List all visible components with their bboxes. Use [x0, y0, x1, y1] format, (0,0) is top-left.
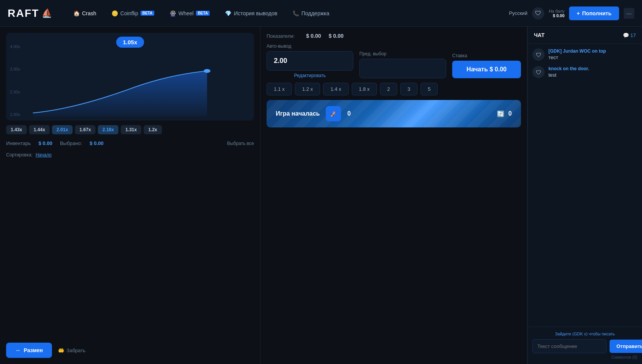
history-tag[interactable]: 1.67x: [75, 125, 95, 134]
history-tag[interactable]: 2.01x: [52, 125, 73, 134]
user-avatar[interactable]: 🛡: [532, 7, 544, 19]
chat-footer: Зайдите (GDK x) чтобы писать Отправить С…: [528, 327, 642, 364]
nav-label-withdrawals: История выводов: [234, 10, 277, 16]
chat-message-1: 🛡 [GDK] Jurdan WOC on top тест: [532, 48, 637, 61]
navbar: RAFT ⛵ 🏠 Crash 🪙 Coinflip BETA 🎡 Wheel B…: [0, 0, 642, 27]
status-icon-button[interactable]: 🚀: [326, 106, 341, 121]
graph-container: 1.05x 4.00x 3.00x 2.00x 1.00x: [6, 33, 254, 121]
status-text: Игра началась: [276, 110, 320, 117]
chat-user-count: 💬 17: [623, 32, 636, 38]
svg-point-0: [204, 69, 210, 73]
refresh-icon: 🔄: [497, 110, 505, 118]
stake-label: Ставка: [452, 53, 521, 58]
sort-button[interactable]: Начало: [36, 152, 52, 158]
select-all-button[interactable]: Выбрать все: [227, 141, 254, 146]
logo-icon: ⛵: [42, 8, 52, 18]
auto-withdraw-input[interactable]: [267, 51, 353, 71]
chat-text-2: test: [548, 72, 589, 78]
chat-avatar-2: 🛡: [532, 66, 545, 78]
edit-label[interactable]: Редактировать: [267, 73, 353, 78]
inventory-label: Инвентарь: [6, 140, 31, 146]
balance-value: $ 0.00: [549, 13, 564, 18]
nav-right: Русский 🛡 На балу $ 0.00 + Пополнить —: [509, 6, 634, 20]
sort-bar: Сортировка: Начало: [6, 152, 254, 158]
nav-label-support: Поддержка: [301, 10, 329, 16]
take-button[interactable]: 🤲 Забрать: [58, 348, 85, 353]
char-count: Символов (0): [532, 355, 637, 359]
nav-item-coinflip[interactable]: 🪙 Coinflip BETA: [105, 7, 160, 19]
chat-message-2: 🛡 knock on the door. test: [532, 66, 637, 78]
nav-item-crash[interactable]: 🏠 Crash: [67, 7, 102, 19]
mult-btn-3[interactable]: 1.4 x: [323, 83, 348, 95]
mult-btn-5[interactable]: 2: [380, 83, 397, 95]
nav-item-support[interactable]: 📞 Поддержка: [286, 7, 335, 19]
history-tag[interactable]: 1.43x: [6, 125, 27, 134]
exchange-button[interactable]: ↔ Размен: [6, 343, 52, 358]
history-tag[interactable]: 1.44x: [29, 125, 50, 134]
balance-label: На балу: [549, 9, 564, 13]
start-button[interactable]: Начать $ 0.00: [452, 61, 521, 78]
chat-messages: 🛡 [GDK] Jurdan WOC on top тест 🛡 knock o…: [528, 44, 642, 327]
chat-msg-content-1: [GDK] Jurdan WOC on top тест: [548, 48, 606, 60]
multiplier-buttons: 1.1 x 1.2 x 1.4 x 1.8 x 2 3 5: [267, 83, 521, 95]
stat-value-2: $ 0.00: [329, 33, 344, 39]
status-right: 🔄 0: [497, 110, 512, 118]
topup-button[interactable]: + Пополнить: [569, 6, 619, 20]
multiplier-badge: 1.05x: [116, 37, 144, 48]
mult-btn-6[interactable]: 3: [400, 83, 417, 95]
chat-login-hint: Зайдите (GDK x) чтобы писать: [532, 332, 637, 336]
chat-text-1: тест: [548, 55, 606, 60]
status-counter-2: 0: [508, 110, 512, 117]
mult-btn-4[interactable]: 1.8 x: [352, 83, 377, 95]
stats-row: Показатели: $ 0.00 $ 0.00: [267, 33, 521, 39]
language-selector[interactable]: Русский: [509, 10, 527, 16]
chat-send-button[interactable]: Отправить: [610, 340, 642, 353]
inventory-bar: Инвентарь $ 0.00 Выбрано: $ 0.00 Выбрать…: [6, 139, 254, 148]
take-label: Забрать: [66, 348, 85, 353]
selected-label: Выбрано:: [60, 140, 82, 146]
mult-btn-7[interactable]: 5: [420, 83, 438, 95]
auto-withdraw-label: Авто-вывод: [267, 43, 353, 49]
action-bar: ↔ Размен 🤲 Забрать: [6, 338, 254, 358]
stake-group: Ставка Начать $ 0.00: [452, 53, 521, 78]
support-icon: 📞: [293, 10, 299, 16]
game-panel: 1.05x 4.00x 3.00x 2.00x 1.00x: [0, 27, 260, 364]
minimize-button[interactable]: —: [624, 8, 634, 19]
status-counter-1: 0: [347, 110, 351, 117]
history-tag[interactable]: 2.18x: [98, 125, 118, 134]
bet-controls: Авто-вывод Редактировать Пред. выбор Ста…: [267, 43, 521, 78]
topup-icon: +: [577, 10, 580, 16]
sort-label: Сортировка:: [6, 152, 32, 158]
balance-info: На балу $ 0.00: [549, 9, 564, 18]
chat-input[interactable]: [532, 339, 606, 353]
wheel-icon: 🎡: [170, 10, 176, 16]
rocket-icon: 🚀: [330, 111, 337, 117]
game-status-bar: Игра началась 🚀 0 🔄 0: [267, 100, 521, 127]
prev-choice-label: Пред. выбор: [359, 51, 446, 56]
logo[interactable]: RAFT ⛵: [8, 7, 52, 19]
chat-panel: ЧАТ 💬 17 🛡 [GDK] Jurdan WOC on top тест …: [527, 27, 642, 364]
nav-item-wheel[interactable]: 🎡 Wheel BETA: [163, 7, 216, 19]
nav-label-crash: Crash: [82, 10, 96, 16]
chat-username-1: [GDK] Jurdan WOC on top: [548, 48, 606, 54]
mult-btn-1[interactable]: 1.1 x: [267, 83, 292, 95]
prev-choice-input[interactable]: [359, 59, 446, 78]
auto-withdraw-group: Авто-вывод Редактировать: [267, 43, 353, 78]
mult-btn-2[interactable]: 1.2 x: [295, 83, 320, 95]
exchange-label: Размен: [24, 347, 43, 353]
chat-username-2: knock on the door.: [548, 66, 589, 71]
coinflip-icon: 🪙: [112, 10, 118, 16]
chat-header: ЧАТ 💬 17: [528, 27, 642, 44]
logo-text: RAFT: [8, 7, 39, 19]
take-icon: 🤲: [58, 348, 64, 353]
history-tag[interactable]: 1.2x: [144, 125, 162, 134]
nav-label-wheel: Wheel: [178, 10, 194, 16]
selected-value: $ 0.00: [90, 140, 103, 146]
nav-label-coinflip: Coinflip: [120, 10, 138, 16]
bet-panel: Показатели: $ 0.00 $ 0.00 Авто-вывод Ред…: [260, 27, 527, 364]
history-tags: 1.43x 1.44x 2.01x 1.67x 2.18x 1.31x 1.2x: [6, 125, 254, 134]
nav-links: 🏠 Crash 🪙 Coinflip BETA 🎡 Wheel BETA 💎 И…: [67, 7, 505, 19]
history-tag[interactable]: 1.31x: [121, 125, 141, 134]
coinflip-badge: BETA: [141, 11, 154, 16]
nav-item-withdrawals[interactable]: 💎 История выводов: [219, 7, 283, 19]
